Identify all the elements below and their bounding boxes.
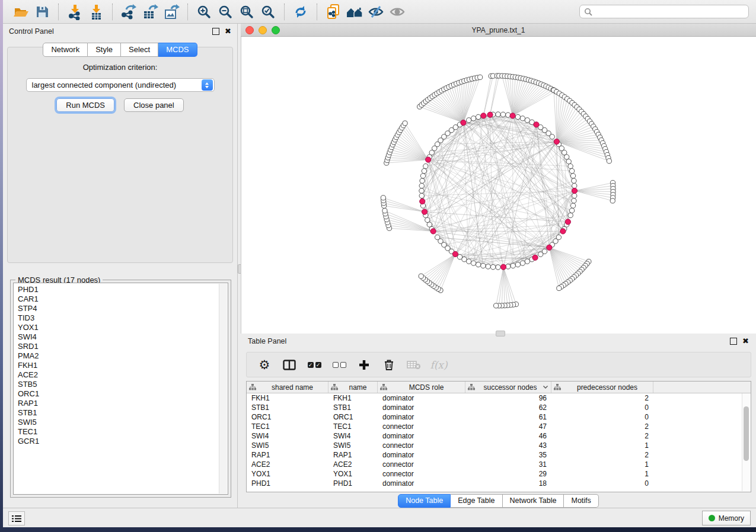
tab-node-table[interactable]: Node Table <box>398 494 451 508</box>
mcds-result-item[interactable]: TID3 <box>18 313 228 323</box>
close-panel-button[interactable]: Close panel <box>124 98 184 112</box>
mcds-result-item[interactable]: ORC1 <box>18 389 228 399</box>
table-row[interactable]: SWI4SWI4dominator462 <box>247 431 751 441</box>
table-row[interactable]: TEC1TEC1connector472 <box>247 422 751 431</box>
column-header-predecessor-nodes[interactable]: predecessor nodes <box>551 382 653 393</box>
criterion-select[interactable]: largest connected component (undirected) <box>26 78 215 92</box>
table-settings-icon[interactable]: ⚙ <box>257 358 272 372</box>
table-row[interactable]: ACE2ACE2connector311 <box>247 460 751 469</box>
mcds-result-item[interactable]: PMA2 <box>18 351 228 361</box>
mcds-result-item[interactable]: STP4 <box>18 304 228 313</box>
mcds-hub-node[interactable] <box>500 264 506 270</box>
deselect-all-icon[interactable] <box>332 358 346 372</box>
delete-column-icon[interactable] <box>382 358 396 372</box>
apply-layout-icon[interactable] <box>290 2 311 21</box>
mcds-hub-node[interactable] <box>481 113 486 118</box>
mcds-result-item[interactable]: STB1 <box>18 408 228 418</box>
mcds-hub-node[interactable] <box>572 188 577 193</box>
zoom-out-icon[interactable] <box>215 2 236 21</box>
export-image-icon[interactable] <box>161 2 182 21</box>
column-header-successor-nodes[interactable]: successor nodes <box>465 382 551 393</box>
tab-network[interactable]: Network <box>43 43 88 57</box>
tab-select[interactable]: Select <box>121 43 158 57</box>
mcds-hub-node[interactable] <box>461 120 466 125</box>
table-scrollbar-thumb[interactable] <box>744 406 749 461</box>
first-neighbors-icon[interactable] <box>344 2 365 21</box>
split-view-icon[interactable] <box>282 358 296 372</box>
save-session-icon[interactable] <box>31 2 53 21</box>
tab-network-table[interactable]: Network Table <box>503 494 564 508</box>
column-header-name[interactable]: name <box>328 382 378 393</box>
memory-button[interactable]: Memory <box>702 511 751 525</box>
function-builder-icon[interactable]: f(x) <box>432 358 446 372</box>
column-header-MCDS-role[interactable]: MCDS role <box>378 382 465 393</box>
export-table-icon[interactable] <box>139 2 161 21</box>
tab-mcds[interactable]: MCDS <box>158 43 197 57</box>
search-box[interactable] <box>579 5 749 18</box>
column-header-shared-name[interactable]: shared name <box>247 382 328 393</box>
mcds-hub-node[interactable] <box>420 198 425 204</box>
run-mcds-button[interactable]: Run MCDS <box>56 98 114 112</box>
mcds-hub-node[interactable] <box>565 219 570 225</box>
tab-edge-table[interactable]: Edge Table <box>451 494 502 508</box>
zoom-in-icon[interactable] <box>193 2 215 21</box>
mcds-result-item[interactable]: PHD1 <box>18 285 228 294</box>
mcds-result-item[interactable]: GCR1 <box>18 437 228 446</box>
mcds-hub-node[interactable] <box>426 157 431 162</box>
mcds-hub-node[interactable] <box>487 112 493 117</box>
mcds-hub-node[interactable] <box>534 122 539 127</box>
mcds-hub-node[interactable] <box>554 139 559 144</box>
mcds-result-item[interactable]: RAP1 <box>18 399 228 408</box>
table-scrollbar[interactable] <box>742 393 750 491</box>
mcds-result-item[interactable]: SWI4 <box>18 332 228 342</box>
add-column-icon[interactable] <box>357 358 371 372</box>
export-network-icon[interactable] <box>118 2 139 21</box>
mcds-hub-node[interactable] <box>430 229 436 234</box>
tab-style[interactable]: Style <box>88 43 121 57</box>
mcds-result-item[interactable]: SRD1 <box>18 342 228 351</box>
horizontal-splitter-handle[interactable] <box>496 331 505 336</box>
mcds-result-scrollbar[interactable] <box>219 284 227 493</box>
import-network-icon[interactable] <box>64 2 85 21</box>
zoom-selected-icon[interactable] <box>257 2 279 21</box>
table-row[interactable]: YOX1YOX1connector291 <box>247 469 751 479</box>
open-file-icon[interactable] <box>10 2 31 21</box>
table-row[interactable]: PHD1PHD1dominator180 <box>247 479 751 488</box>
table-row[interactable]: RAP1RAP1dominator352 <box>247 450 751 460</box>
mcds-result-item[interactable]: STB5 <box>18 380 228 389</box>
task-history-button[interactable] <box>8 511 25 525</box>
network-view[interactable] <box>241 37 756 334</box>
network-window-titlebar[interactable]: YPA_prune.txt_1 <box>241 24 756 37</box>
mcds-result-item[interactable]: CAR1 <box>18 294 228 304</box>
float-panel-icon[interactable] <box>212 28 219 35</box>
show-all-icon[interactable] <box>387 2 408 21</box>
mcds-result-item[interactable]: SWI5 <box>18 418 228 427</box>
tab-motifs[interactable]: Motifs <box>564 494 598 508</box>
float-table-panel-icon[interactable] <box>730 338 737 345</box>
import-table-icon[interactable] <box>85 2 107 21</box>
table-row[interactable]: FKH1FKH1dominator962 <box>247 393 751 403</box>
mcds-hub-node[interactable] <box>547 245 552 250</box>
table-row[interactable]: STB1STB1dominator620 <box>247 403 751 412</box>
close-panel-icon[interactable]: ✖ <box>225 28 231 34</box>
mcds-result-list[interactable]: PHD1CAR1STP4TID3YOX1SWI4SRD1PMA2FKH1ACE2… <box>13 283 228 495</box>
search-input[interactable] <box>595 7 744 17</box>
table-row[interactable]: SWI5SWI5connector431 <box>247 441 751 450</box>
table-panel-tabs: Node Table Edge Table Network Table Moti… <box>241 494 756 508</box>
zoom-fit-icon[interactable] <box>236 2 257 21</box>
mcds-hub-node[interactable] <box>452 251 458 257</box>
mcds-result-item[interactable]: YOX1 <box>18 323 228 332</box>
mcds-hub-node[interactable] <box>560 229 566 234</box>
mcds-hub-node[interactable] <box>422 209 427 214</box>
close-table-panel-icon[interactable]: ✖ <box>742 338 749 344</box>
mcds-result-item[interactable]: FKH1 <box>18 361 228 370</box>
select-all-icon[interactable]: ✓✓ <box>307 358 321 372</box>
hide-selected-icon[interactable] <box>365 2 387 21</box>
mcds-result-item[interactable]: TEC1 <box>18 427 228 437</box>
delete-table-icon[interactable] <box>407 358 421 372</box>
mcds-hub-node[interactable] <box>532 255 538 260</box>
table-row[interactable]: ORC1ORC1dominator610 <box>247 412 751 422</box>
clone-network-icon[interactable] <box>323 2 344 21</box>
mcds-hub-node[interactable] <box>510 113 515 118</box>
mcds-result-item[interactable]: ACE2 <box>18 370 228 380</box>
